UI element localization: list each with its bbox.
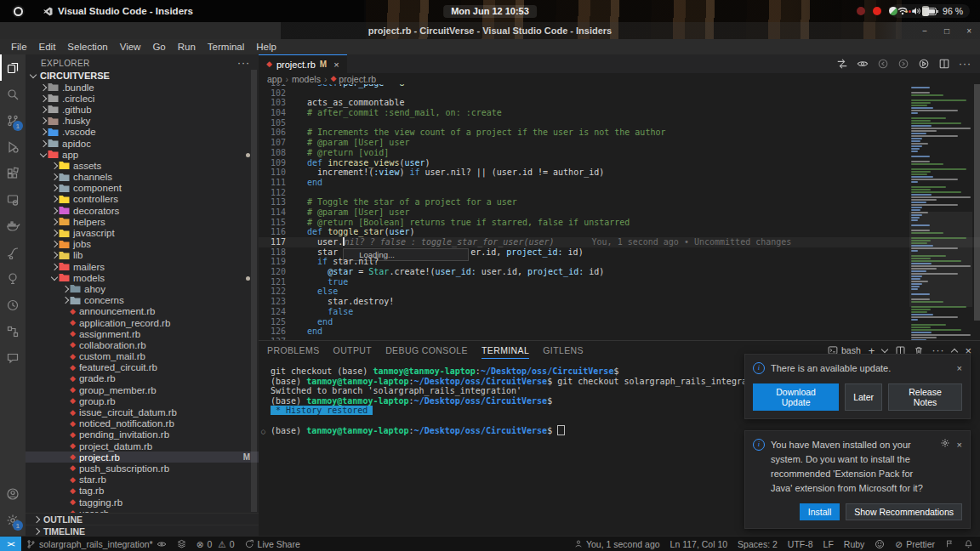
tray-indicator-icon-2[interactable] bbox=[873, 7, 881, 15]
prettier-item[interactable]: ⊘ Prettier bbox=[890, 539, 940, 549]
code-line-111[interactable]: 111 end bbox=[259, 178, 980, 188]
tree-item-.husky[interactable]: .husky bbox=[26, 116, 259, 127]
remote-indicator[interactable]: >< bbox=[0, 537, 21, 551]
panel-tab-terminal[interactable]: TERMINAL bbox=[481, 342, 529, 359]
tree-item-ahoy[interactable]: ahoy bbox=[26, 283, 259, 294]
show-recommendations-button[interactable]: Show Recommendations bbox=[846, 503, 962, 520]
repo-status-item[interactable] bbox=[172, 539, 191, 548]
more-actions-icon[interactable]: ··· bbox=[959, 58, 971, 70]
notification-settings-gear-icon[interactable] bbox=[940, 438, 950, 448]
menu-item-go[interactable]: Go bbox=[146, 42, 171, 52]
tree-item-pending_invitation.rb[interactable]: ◆pending_invitation.rb bbox=[26, 429, 259, 440]
breadcrumb-item-app[interactable]: app bbox=[267, 74, 282, 84]
comments-icon[interactable] bbox=[0, 344, 26, 371]
encoding-item[interactable]: UTF-8 bbox=[783, 539, 818, 549]
tree-item-models[interactable]: models bbox=[26, 272, 259, 283]
minimize-button[interactable]: − bbox=[922, 26, 927, 36]
open-changes-icon[interactable] bbox=[836, 58, 848, 70]
tree-item-helpers[interactable]: helpers bbox=[26, 216, 259, 227]
workspace-root-row[interactable]: CIRCUITVERSE bbox=[26, 70, 259, 82]
code-line-109[interactable]: 109 def increase_views(user) bbox=[259, 158, 980, 168]
previous-change-icon[interactable] bbox=[877, 58, 889, 70]
breadcrumb-item-project.rb[interactable]: ◆project.rb bbox=[330, 74, 376, 84]
panel-tab-gitlens[interactable]: GITLENS bbox=[543, 342, 584, 359]
code-line-106[interactable]: 106 # Increments the view count of a pro… bbox=[259, 128, 980, 138]
activities-indicator-icon[interactable] bbox=[12, 5, 25, 18]
language-mode-item[interactable]: Ruby bbox=[839, 539, 870, 549]
outline-section[interactable]: OUTLINE bbox=[26, 513, 259, 525]
breadcrumb-item-models[interactable]: models bbox=[292, 74, 321, 84]
later-button[interactable]: Later bbox=[845, 383, 882, 411]
tray-indicator-icon-1[interactable] bbox=[857, 7, 865, 15]
tree-item-push_subscription.rb[interactable]: ◆push_subscription.rb bbox=[26, 463, 259, 474]
code-line-120[interactable]: 120 @star = Star.create!(user_id: user.i… bbox=[259, 267, 980, 277]
focused-app-title[interactable]: Visual Studio Code - Insiders bbox=[43, 6, 193, 16]
close-window-button[interactable]: × bbox=[966, 26, 971, 36]
close-notification-icon[interactable]: × bbox=[957, 361, 962, 376]
gitlens-icon[interactable] bbox=[0, 239, 26, 265]
problems-item[interactable]: ⊗ 0 ⚠ 0 bbox=[191, 539, 240, 549]
kubernetes-icon[interactable] bbox=[0, 318, 26, 344]
tree-item-grade.rb[interactable]: ◆grade.rb bbox=[26, 373, 259, 384]
menu-item-edit[interactable]: Edit bbox=[33, 42, 62, 52]
tree-item-assets[interactable]: assets bbox=[26, 160, 259, 171]
panel-tab-problems[interactable]: PROBLEMS bbox=[267, 342, 320, 359]
next-change-icon[interactable] bbox=[897, 58, 909, 70]
tree-item-project_datum.rb[interactable]: ◆project_datum.rb bbox=[26, 440, 259, 452]
code-line-112[interactable]: 112 bbox=[259, 188, 980, 198]
split-editor-icon[interactable] bbox=[938, 58, 950, 70]
panel-tab-output[interactable]: OUTPUT bbox=[333, 342, 373, 359]
tree-item-mailers[interactable]: mailers bbox=[26, 261, 259, 272]
indentation-item[interactable]: Spaces: 2 bbox=[732, 539, 783, 549]
tree-item-noticed_notification.rb[interactable]: ◆noticed_notification.rb bbox=[26, 418, 259, 429]
code-line-104[interactable]: 104 # after_commit :send_mail, on: :crea… bbox=[259, 108, 980, 118]
tree-item-decorators[interactable]: decorators bbox=[26, 205, 259, 216]
tree-item-.github[interactable]: .github bbox=[26, 104, 259, 115]
tree-item-controllers[interactable]: controllers bbox=[26, 194, 259, 205]
maximize-button[interactable]: □ bbox=[944, 26, 949, 36]
search-icon[interactable] bbox=[0, 81, 26, 107]
menu-item-help[interactable]: Help bbox=[250, 42, 282, 52]
tree-item-group.rb[interactable]: ◆group.rb bbox=[26, 395, 259, 406]
code-line-124[interactable]: 124 false bbox=[259, 307, 980, 317]
extensions-icon[interactable] bbox=[0, 160, 26, 186]
blame-item[interactable]: You, 1 second ago bbox=[569, 539, 665, 549]
tree-item-tag.rb[interactable]: ◆tag.rb bbox=[26, 486, 259, 497]
code-line-116[interactable]: 116 def toggle_star(user) bbox=[259, 227, 980, 237]
views-more-icon[interactable]: ··· bbox=[237, 57, 250, 69]
close-tab-icon[interactable]: × bbox=[333, 60, 339, 70]
code-line-107[interactable]: 107 # @param [User] user bbox=[259, 138, 980, 148]
tree-item-tagging.rb[interactable]: ◆tagging.rb bbox=[26, 497, 259, 508]
test-explorer-icon[interactable] bbox=[0, 265, 26, 292]
code-line-126[interactable]: 126 end bbox=[259, 327, 980, 337]
source-control-icon[interactable]: 1 bbox=[0, 107, 26, 133]
tree-item-app[interactable]: app bbox=[26, 149, 259, 160]
run-debug-icon[interactable] bbox=[0, 133, 26, 160]
menu-item-run[interactable]: Run bbox=[172, 42, 202, 52]
code-line-125[interactable]: 125 end bbox=[259, 317, 980, 327]
command-decoration-icon[interactable]: ○ bbox=[261, 427, 271, 437]
git-branch-item[interactable]: solargraph_rails_integration* bbox=[21, 539, 172, 549]
menu-item-selection[interactable]: Selection bbox=[61, 42, 113, 52]
menu-item-terminal[interactable]: Terminal bbox=[202, 42, 250, 52]
history-icon[interactable] bbox=[0, 292, 26, 318]
code-line-114[interactable]: 114 # @param [User] user bbox=[259, 207, 980, 218]
tree-item-star.rb[interactable]: ◆star.rb bbox=[26, 474, 259, 486]
gnome-system-menu[interactable]: 96 % bbox=[891, 4, 970, 18]
remote-explorer-icon[interactable] bbox=[0, 186, 26, 213]
panel-tab-debug-console[interactable]: DEBUG CONSOLE bbox=[385, 342, 468, 359]
notifications-bell-item[interactable] bbox=[959, 539, 980, 549]
minimap-viewport[interactable] bbox=[909, 212, 972, 307]
tree-item-issue_circuit_datum.rb[interactable]: ◆issue_circuit_datum.rb bbox=[26, 406, 259, 418]
vscode-titlebar[interactable]: project.rb - CircuitVerse - Visual Studi… bbox=[0, 22, 980, 39]
tree-item-application_record.rb[interactable]: ◆application_record.rb bbox=[26, 317, 259, 328]
code-line-102[interactable]: 102 bbox=[259, 88, 980, 99]
code-line-115[interactable]: 115 # @return [Boolean] returns true if … bbox=[259, 218, 980, 228]
tree-item-concerns[interactable]: concerns bbox=[26, 295, 259, 306]
menu-item-file[interactable]: File bbox=[5, 42, 33, 52]
install-button[interactable]: Install bbox=[800, 503, 840, 520]
tree-item-.bundle[interactable]: .bundle bbox=[26, 82, 259, 93]
tree-item-apidoc[interactable]: apidoc bbox=[26, 138, 259, 149]
code-line-119[interactable]: 119 if star.nil? bbox=[259, 257, 980, 267]
download-update-button[interactable]: Download Update bbox=[753, 383, 839, 411]
